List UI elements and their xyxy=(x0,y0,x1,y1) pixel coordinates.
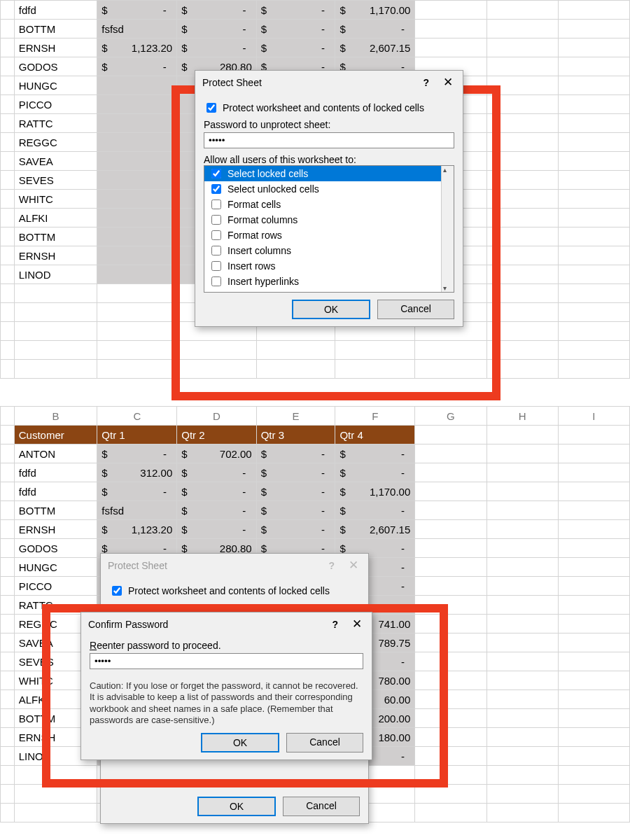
cancel-button[interactable]: Cancel xyxy=(283,797,360,816)
table-row[interactable]: BOTTMfsfsd$- $- $- xyxy=(1,20,630,38)
table-row[interactable]: ERNSH$1,123.20$- $- $2,607.15 xyxy=(1,38,630,57)
cancel-button[interactable]: Cancel xyxy=(377,300,454,319)
confirm-password-input[interactable] xyxy=(90,653,363,669)
column-headers: BCDEFGHI xyxy=(1,407,630,426)
cancel-button[interactable]: Cancel xyxy=(286,733,363,752)
permission-item[interactable]: Insert rows xyxy=(204,258,454,274)
password-input[interactable] xyxy=(204,132,454,148)
table-row[interactable]: fdfd$- $- $- $1,170.00 xyxy=(1,1,630,20)
table-row[interactable]: fdfd$- $- $- $1,170.00 xyxy=(1,482,630,501)
table-row[interactable]: ANTON$- $702.00$- $- xyxy=(1,444,630,463)
ok-button[interactable]: OK xyxy=(197,797,276,816)
table-header: CustomerQtr 1Qtr 2Qtr 3Qtr 4 xyxy=(1,426,630,444)
protect-contents-checkbox[interactable]: Protect worksheet and contents of locked… xyxy=(204,101,454,115)
dialog-title: Confirm Password xyxy=(88,619,325,630)
table-row[interactable]: fdfd$312.00$- $- $- xyxy=(1,463,630,482)
table-row[interactable]: ERNSH$1,123.20$- $- $2,607.15 xyxy=(1,520,630,539)
permission-item[interactable]: Format rows xyxy=(204,227,454,243)
permission-item[interactable]: Delete columns xyxy=(204,289,454,293)
help-icon[interactable]: ? xyxy=(325,619,345,630)
help-icon: ? xyxy=(321,560,342,571)
help-icon[interactable]: ? xyxy=(416,77,436,88)
close-icon[interactable]: ✕ xyxy=(345,617,369,631)
dialog-title: Protect Sheet xyxy=(108,560,321,571)
permissions-list[interactable]: Select locked cellsSelect unlocked cells… xyxy=(204,165,454,293)
permission-item[interactable]: Select unlocked cells xyxy=(204,181,454,197)
dialog-title: Protect Sheet xyxy=(202,77,416,88)
password-label: Password to unprotect sheet: xyxy=(204,119,454,130)
protect-contents-checkbox: Protect worksheet and contents of locked… xyxy=(109,584,360,598)
permission-item[interactable]: Select locked cells xyxy=(204,166,454,181)
protect-sheet-dialog: Protect Sheet ? ✕ Protect worksheet and … xyxy=(195,70,463,327)
close-icon[interactable]: ✕ xyxy=(436,75,460,90)
close-icon: ✕ xyxy=(342,558,365,573)
permission-item[interactable]: Format columns xyxy=(204,212,454,227)
caution-text: Caution: If you lose or forget the passw… xyxy=(90,680,363,726)
ok-button[interactable]: OK xyxy=(201,733,279,752)
permission-item[interactable]: Format cells xyxy=(204,197,454,212)
confirm-password-dialog: Confirm Password ? ✕ Reenter password to… xyxy=(80,612,372,760)
table-row[interactable]: BOTTMfsfsd$- $- $- xyxy=(1,501,630,520)
scrollbar[interactable] xyxy=(441,166,454,292)
permission-item[interactable]: Insert columns xyxy=(204,243,454,258)
allow-users-label: Allow all users of this worksheet to: xyxy=(204,154,454,165)
ok-button[interactable]: OK xyxy=(292,300,370,319)
reenter-label: Reenter password to proceed. xyxy=(90,640,363,651)
permission-item[interactable]: Insert hyperlinks xyxy=(204,274,454,289)
